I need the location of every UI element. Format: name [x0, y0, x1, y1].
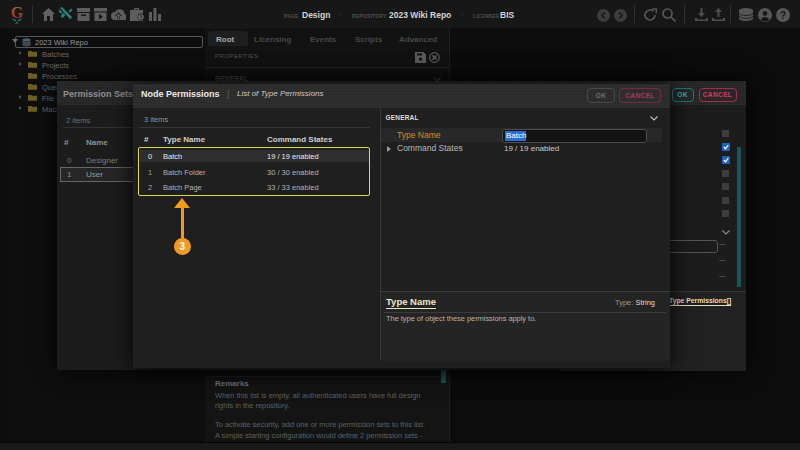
svg-text:?: ?	[780, 10, 786, 21]
svg-text:G: G	[11, 4, 24, 21]
